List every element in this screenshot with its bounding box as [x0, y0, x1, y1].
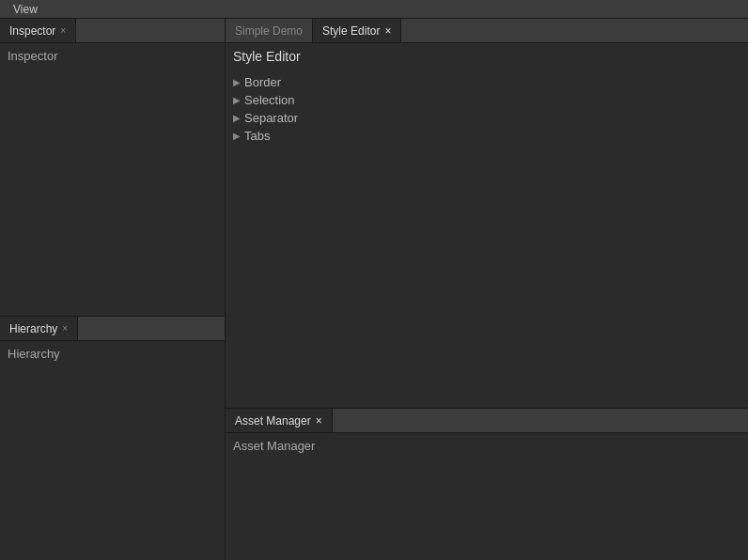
tree-item-border[interactable]: ▶ Border — [233, 73, 740, 91]
tree-item-tabs[interactable]: ▶ Tabs — [233, 127, 740, 145]
style-editor-content: Style Editor ▶ Border ▶ Selection ▶ Sepa… — [226, 43, 748, 408]
right-top-tab-bar: Simple Demo Style Editor × — [226, 19, 748, 43]
tree-label-border: Border — [244, 75, 281, 89]
tree-label-tabs: Tabs — [244, 129, 270, 143]
tab-simple-demo[interactable]: Simple Demo — [226, 19, 313, 42]
inspector-tab-label: Inspector — [9, 24, 55, 38]
arrow-tabs: ▶ — [233, 131, 241, 141]
arrow-selection: ▶ — [233, 95, 241, 105]
style-editor-close-icon[interactable]: × — [384, 24, 391, 38]
asset-manager-close-icon[interactable]: × — [316, 414, 322, 428]
menu-bar: View — [0, 0, 748, 19]
tree-item-selection[interactable]: ▶ Selection — [233, 91, 740, 109]
inspector-panel-content: Inspector — [0, 43, 225, 316]
style-editor-title: Style Editor — [233, 49, 740, 64]
asset-manager-content: Asset Manager — [226, 433, 748, 560]
style-editor-tab-label: Style Editor — [322, 24, 380, 38]
inspector-label: Inspector — [8, 49, 57, 63]
main-layout: Inspector × Inspector Hierarchy × Hierar… — [0, 19, 748, 560]
tree-label-selection: Selection — [244, 93, 294, 107]
hierarchy-section: Hierarchy × Hierarchy — [0, 316, 225, 560]
simple-demo-tab-label: Simple Demo — [235, 24, 303, 38]
left-panel: Inspector × Inspector Hierarchy × Hierar… — [0, 19, 226, 560]
tree-label-separator: Separator — [244, 111, 298, 125]
right-top: Simple Demo Style Editor × Style Editor … — [226, 19, 748, 408]
hierarchy-label: Hierarchy — [8, 347, 60, 361]
tab-asset-manager[interactable]: Asset Manager × — [226, 409, 333, 432]
hierarchy-tab-label: Hierarchy — [9, 322, 57, 335]
asset-manager-label: Asset Manager — [233, 439, 315, 453]
menu-item-view[interactable]: View — [8, 3, 43, 16]
right-bottom: Asset Manager × Asset Manager — [226, 408, 748, 560]
hierarchy-close-icon[interactable]: × — [62, 323, 68, 334]
tab-style-editor[interactable]: Style Editor × — [313, 19, 401, 42]
tree-item-separator[interactable]: ▶ Separator — [233, 109, 740, 127]
tab-hierarchy[interactable]: Hierarchy × — [0, 317, 78, 340]
hierarchy-tab-bar: Hierarchy × — [0, 317, 225, 341]
hierarchy-panel-content: Hierarchy — [0, 341, 225, 560]
right-panel: Simple Demo Style Editor × Style Editor … — [226, 19, 748, 560]
tab-inspector[interactable]: Inspector × — [0, 19, 76, 42]
inspector-close-icon[interactable]: × — [60, 25, 66, 36]
arrow-separator: ▶ — [233, 113, 241, 123]
arrow-border: ▶ — [233, 77, 241, 87]
asset-manager-tab-label: Asset Manager — [235, 414, 311, 428]
inspector-tab-bar: Inspector × — [0, 19, 225, 43]
asset-manager-tab-bar: Asset Manager × — [226, 409, 748, 433]
inspector-section: Inspector × Inspector — [0, 19, 225, 316]
